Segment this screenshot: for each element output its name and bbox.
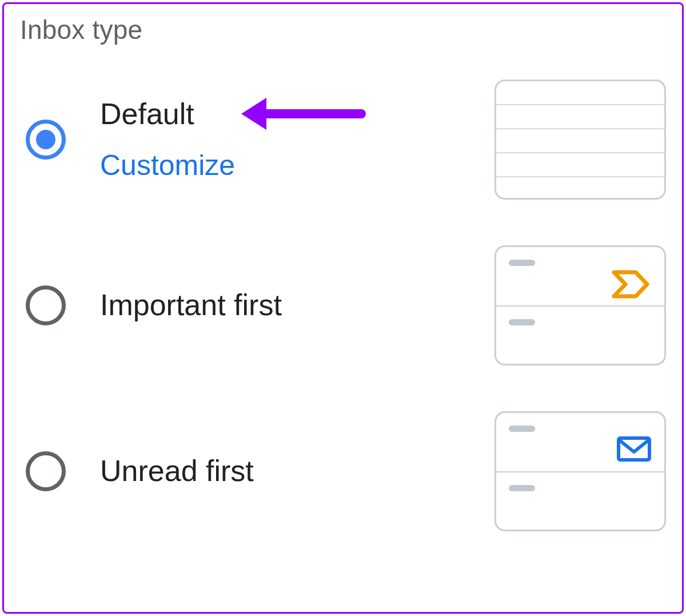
section-title: Inbox type — [20, 14, 666, 45]
preview-unread-first — [494, 411, 666, 531]
radio-important-first[interactable] — [26, 285, 66, 325]
option-unread-first[interactable]: Unread first — [26, 411, 666, 531]
important-marker-icon — [612, 269, 652, 302]
customize-link[interactable]: Customize — [100, 149, 466, 182]
option-label-important-first: Important first — [100, 288, 282, 321]
preview-default — [494, 80, 666, 200]
radio-unread-first[interactable] — [26, 451, 66, 491]
option-label-unread-first: Unread first — [100, 454, 254, 487]
option-default[interactable]: Default Customize — [26, 80, 666, 200]
option-important-first[interactable]: Important first — [26, 245, 666, 365]
envelope-icon — [616, 435, 652, 466]
radio-default[interactable] — [26, 120, 66, 160]
option-label-default: Default — [100, 97, 194, 130]
inbox-type-panel: Inbox type Default Customize Import — [2, 2, 684, 614]
inbox-type-options: Default Customize Important first — [20, 80, 666, 531]
preview-important-first — [494, 245, 666, 365]
